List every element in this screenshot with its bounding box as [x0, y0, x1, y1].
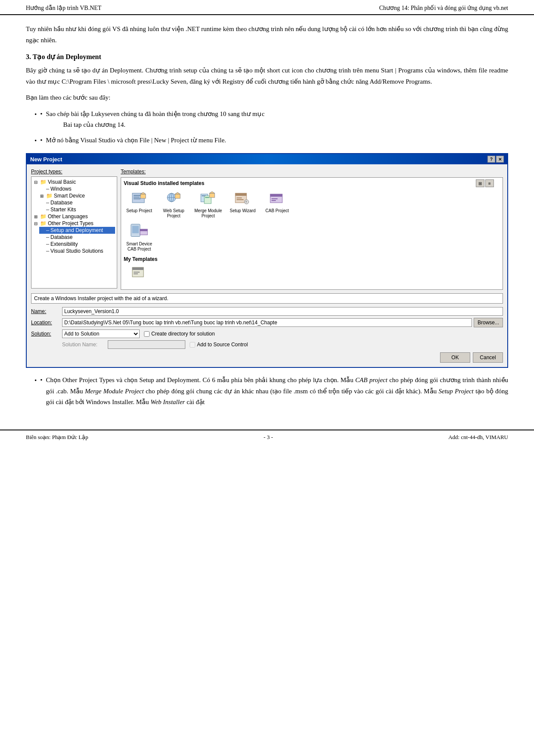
toggle-other-proj[interactable]: ⊟: [34, 221, 40, 226]
location-row: Location: Browse...: [31, 318, 503, 327]
svg-rect-20: [237, 198, 242, 198]
tree-label-windows: Windows: [50, 186, 72, 192]
vs-installed-label: Visual Studio installed templates: [124, 180, 500, 186]
list-item-1: • Sao chép bài tập Lukyseven chúng ta đã…: [34, 109, 508, 131]
dialog-body: Project types: ⊟ 📁 Visual Basic ─ Wind: [27, 164, 507, 367]
tree-visual-basic[interactable]: ⊟ 📁 Visual Basic: [33, 179, 115, 185]
template-cab-project[interactable]: CAB Project: [262, 190, 293, 219]
add-source-checkbox[interactable]: [190, 342, 195, 348]
help-button[interactable]: ?: [487, 156, 495, 163]
after-text-1: Chọn Other Project Types và chọn Setup a…: [46, 376, 508, 405]
tree-windows[interactable]: ─ Windows: [39, 185, 115, 192]
solution-name-row: Solution Name: Add to Source Control: [31, 340, 503, 349]
create-dir-checkbox[interactable]: [144, 331, 150, 337]
svg-rect-15: [205, 197, 209, 198]
dialog-titlebar: New Project ? ✕: [27, 154, 507, 164]
svg-rect-29: [132, 226, 139, 233]
cancel-button[interactable]: Cancel: [473, 352, 503, 363]
setup-project-icon: [129, 190, 150, 207]
tree-label-db-other: Database: [50, 234, 72, 240]
tree-extensibility[interactable]: ─ Extensibility: [39, 241, 115, 248]
dialog-title: New Project: [30, 156, 62, 163]
template-my-template[interactable]: [124, 264, 155, 282]
solution-row: Solution: Add to Solution Create directo…: [31, 329, 503, 338]
bullet-list-after: • Chọn Other Project Types và chọn Setup…: [34, 375, 508, 408]
svg-rect-33: [132, 267, 144, 270]
tree-label-db-vb: Database: [50, 200, 72, 206]
templates-section: Templates: ⊞ ≡ Visual Studio installed t…: [121, 169, 503, 290]
template-setup-wizard[interactable]: ? Setup Wizard: [227, 190, 258, 219]
template-setup-project[interactable]: Setup Project: [124, 190, 155, 219]
toggle-smart[interactable]: ⊞: [40, 194, 46, 198]
header-right: Chương 14: Phân phối và đóng gói ứng dụn…: [379, 4, 508, 12]
svg-rect-16: [209, 193, 215, 198]
page-footer: Biên soạn: Phạm Đức Lập - 3 - Add: cnt-4…: [0, 430, 534, 444]
solution-name-input[interactable]: [108, 340, 185, 349]
templates-label: Templates:: [121, 169, 503, 175]
svg-rect-19: [235, 193, 247, 196]
name-input[interactable]: [62, 307, 503, 316]
tree-label-ext: Extensibility: [50, 241, 78, 247]
section-paragraph: Bây giờ chúng ta sẽ tạo dự án Deployment…: [26, 65, 508, 87]
cab-project-label: CAB Project: [265, 208, 289, 213]
solution-name-label: Solution Name:: [62, 342, 105, 348]
my-templates-label: My Templates: [124, 256, 500, 262]
tree-label-starter: Starter Kits: [50, 207, 76, 213]
template-merge-module[interactable]: Merge Module Project: [193, 190, 224, 219]
section-title: 3. Tạo dự án Deployment: [26, 53, 508, 61]
svg-rect-25: [270, 194, 282, 197]
tree-starter-kits[interactable]: ─ Starter Kits: [39, 206, 115, 213]
project-types-tree[interactable]: ⊟ 📁 Visual Basic ─ Windows ⊞: [31, 176, 117, 289]
create-dir-text: Create directory for solution: [151, 331, 215, 337]
close-button[interactable]: ✕: [496, 156, 504, 163]
template-smart-device-cab[interactable]: Smart Device CAB Project: [124, 223, 155, 252]
tree-other-project-types[interactable]: ⊟ 📁 Other Project Types: [33, 220, 115, 227]
tree-database-vb[interactable]: ─ Database: [39, 199, 115, 206]
tree-smart-device[interactable]: ⊞ 📁 Smart Device: [39, 192, 115, 199]
web-setup-label: Web Setup Project: [158, 208, 189, 219]
my-templates-grid: [124, 264, 500, 282]
large-icons-btn[interactable]: ⊞: [476, 179, 484, 187]
toggle-other-lang[interactable]: ⊞: [34, 214, 40, 219]
smart-device-cab-label: Smart Device CAB Project: [124, 242, 155, 252]
ok-button[interactable]: OK: [440, 352, 470, 363]
tree-label-setup: Setup and Deployment: [50, 227, 103, 233]
svg-rect-21: [237, 199, 244, 200]
titlebar-buttons: ? ✕: [487, 156, 504, 163]
setup-wizard-icon: ?: [232, 190, 253, 207]
location-input[interactable]: [62, 318, 472, 327]
svg-marker-11: [175, 192, 180, 194]
svg-rect-14: [202, 195, 206, 196]
svg-marker-17: [209, 191, 215, 193]
tree-database-other[interactable]: ─ Database: [39, 234, 115, 241]
merge-module-icon: [198, 190, 219, 207]
template-web-setup[interactable]: Web Setup Project: [158, 190, 189, 219]
page-header: Hướng dẫn lập trình VB.NET Chương 14: Ph…: [0, 0, 534, 15]
add-source-text: Add to Source Control: [197, 342, 248, 348]
tree-setup-deployment[interactable]: ─ Setup and Deployment: [39, 227, 115, 234]
footer-left: Biên soạn: Phạm Đức Lập: [26, 434, 88, 441]
browse-button[interactable]: Browse...: [474, 318, 503, 327]
svg-rect-31: [140, 229, 147, 231]
small-icons-btn[interactable]: ≡: [485, 179, 494, 187]
create-dir-label: Create directory for solution: [144, 331, 215, 337]
page-content: Tuy nhiên hầu như khi đóng gói VS đã nhú…: [0, 15, 534, 421]
view-icons: ⊞ ≡: [476, 179, 494, 187]
templates-grid: Setup Project: [124, 190, 500, 219]
solution-select[interactable]: Add to Solution: [62, 329, 140, 338]
list-item-2: • Mở nó bằng Visual Studio và chọn File …: [34, 135, 508, 147]
tree-label-vs-sol: Visual Studio Solutions: [50, 248, 103, 254]
svg-rect-34: [134, 272, 140, 273]
toggle-vb[interactable]: ⊟: [34, 180, 40, 185]
project-types-label: Project types:: [31, 169, 117, 175]
tree-other-languages[interactable]: ⊞ 📁 Other Languages: [33, 213, 115, 220]
name-label: Name:: [31, 308, 62, 314]
setup-wizard-label: Setup Wizard: [230, 208, 256, 213]
tree-vs-solutions[interactable]: ─ Visual Studio Solutions: [39, 248, 115, 254]
my-template-icon: [129, 264, 150, 281]
solution-label: Solution:: [31, 331, 62, 337]
tree-label-other-proj: Other Project Types: [48, 220, 94, 226]
svg-rect-27: [272, 200, 276, 201]
intro-paragraph: Tuy nhiên hầu như khi đóng gói VS đã nhú…: [26, 24, 508, 46]
name-row: Name:: [31, 307, 503, 316]
